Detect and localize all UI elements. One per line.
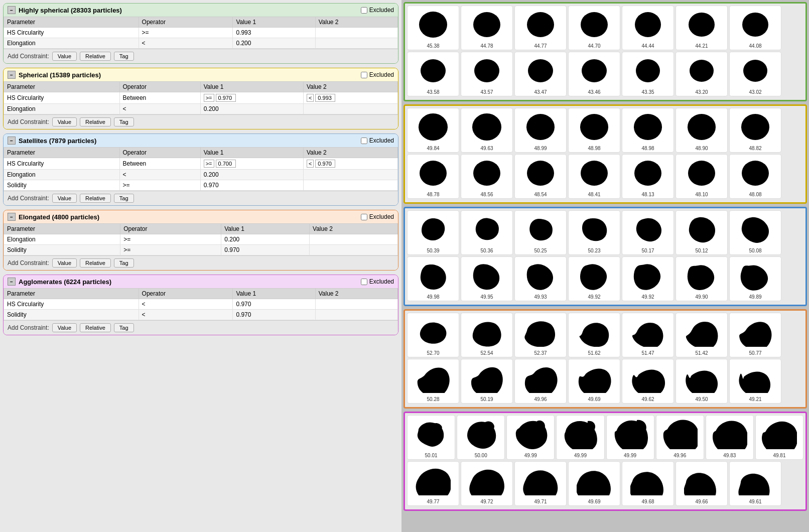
particle-item[interactable]: 49.92 xyxy=(568,256,620,301)
value-btn-hs[interactable]: Value xyxy=(52,52,77,61)
particle-item[interactable]: 49.66 xyxy=(676,461,728,506)
particle-item[interactable]: 49.92 xyxy=(622,256,674,301)
collapse-btn-spherical[interactable]: − xyxy=(8,71,16,79)
particle-item[interactable]: 44.78 xyxy=(461,6,513,50)
particle-item[interactable]: 49.96 xyxy=(514,359,567,404)
particle-item[interactable]: 43.02 xyxy=(729,52,781,96)
particle-item[interactable]: 50.23 xyxy=(568,210,620,255)
collapse-btn-highly-spherical[interactable]: − xyxy=(8,6,16,14)
particle-item[interactable]: 49.69 xyxy=(568,359,620,404)
particle-item[interactable]: 51.47 xyxy=(622,313,674,357)
particle-item[interactable]: 49.95 xyxy=(461,256,513,301)
particle-item[interactable]: 44.44 xyxy=(622,6,674,50)
particle-item[interactable]: 50.08 xyxy=(729,210,781,255)
particle-item[interactable]: 49.72 xyxy=(461,461,513,506)
particle-item[interactable]: 49.99 xyxy=(606,415,654,460)
particle-item[interactable]: 51.62 xyxy=(568,313,620,357)
particle-item[interactable]: 49.71 xyxy=(514,461,567,506)
particle-item[interactable]: 48.41 xyxy=(568,154,620,199)
particle-item[interactable]: 50.00 xyxy=(457,415,505,460)
particle-item[interactable]: 49.90 xyxy=(676,256,728,301)
particle-item[interactable]: 49.63 xyxy=(461,108,513,153)
particle-item[interactable]: 49.98 xyxy=(407,256,459,301)
particle-label: 44.08 xyxy=(749,43,761,49)
particle-item[interactable]: 44.08 xyxy=(729,6,781,50)
particle-item[interactable]: 49.77 xyxy=(407,461,459,506)
particle-item[interactable]: 44.21 xyxy=(676,6,728,50)
particle-item[interactable]: 50.12 xyxy=(676,210,728,255)
value-btn-spherical[interactable]: Value xyxy=(52,117,77,126)
particle-item[interactable]: 49.83 xyxy=(706,415,754,460)
excluded-checkbox-highly-spherical[interactable] xyxy=(361,7,367,14)
particle-item[interactable]: 44.77 xyxy=(514,6,567,50)
relative-btn-elongated[interactable]: Relative xyxy=(80,258,111,268)
particle-item[interactable]: 52.37 xyxy=(514,313,567,357)
particle-item[interactable]: 50.25 xyxy=(514,210,567,255)
tag-btn-satellites[interactable]: Tag xyxy=(114,194,134,203)
particle-item[interactable]: 49.99 xyxy=(506,415,555,460)
tag-btn-elongated[interactable]: Tag xyxy=(114,258,134,268)
particle-shape xyxy=(467,109,507,145)
particle-item[interactable]: 50.19 xyxy=(461,359,513,404)
particle-item[interactable]: 48.08 xyxy=(729,154,781,199)
excluded-checkbox-agglomerates[interactable] xyxy=(361,279,367,285)
relative-btn-spherical[interactable]: Relative xyxy=(80,117,111,126)
particle-item[interactable]: 48.99 xyxy=(514,108,567,153)
particle-item[interactable]: 50.17 xyxy=(622,210,674,255)
particle-item[interactable]: 43.46 xyxy=(568,52,620,96)
excluded-checkbox-elongated[interactable] xyxy=(361,214,367,220)
particle-item[interactable]: 48.98 xyxy=(568,108,620,153)
particle-item[interactable]: 50.36 xyxy=(461,210,513,255)
tag-btn-agglomerates[interactable]: Tag xyxy=(114,323,134,332)
particle-item[interactable]: 49.68 xyxy=(622,461,674,506)
particle-item[interactable]: 48.90 xyxy=(676,108,728,153)
particle-item[interactable]: 48.54 xyxy=(514,154,567,199)
particle-item[interactable]: 49.69 xyxy=(568,461,620,506)
particle-item[interactable]: 48.56 xyxy=(461,154,513,199)
particle-item[interactable]: 50.39 xyxy=(407,210,459,255)
particle-item[interactable]: 50.01 xyxy=(407,415,455,460)
particle-item[interactable]: 48.78 xyxy=(407,154,459,199)
particle-item[interactable]: 49.99 xyxy=(556,415,604,460)
excluded-checkbox-satellites[interactable] xyxy=(361,138,367,144)
collapse-btn-elongated[interactable]: − xyxy=(8,213,16,221)
particle-item[interactable]: 48.82 xyxy=(729,108,781,153)
particle-item[interactable]: 49.50 xyxy=(676,359,728,404)
particle-item[interactable]: 43.47 xyxy=(514,52,567,96)
particle-item[interactable]: 49.84 xyxy=(407,108,459,153)
particle-item[interactable]: 43.35 xyxy=(622,52,674,96)
tag-btn-hs[interactable]: Tag xyxy=(114,52,134,61)
particle-item[interactable]: 48.98 xyxy=(622,108,674,153)
particle-item[interactable]: 44.70 xyxy=(568,6,620,50)
particle-item[interactable]: 43.20 xyxy=(676,52,728,96)
value-btn-satellites[interactable]: Value xyxy=(52,194,77,203)
value-btn-elongated[interactable]: Value xyxy=(52,258,77,268)
tag-btn-spherical[interactable]: Tag xyxy=(114,117,134,126)
add-constraint-row-hs: Add Constraint: Value Relative Tag xyxy=(4,49,398,63)
particle-item[interactable]: 49.96 xyxy=(656,415,704,460)
relative-btn-agglomerates[interactable]: Relative xyxy=(80,323,111,332)
particle-item[interactable]: 52.70 xyxy=(407,313,459,357)
particle-item[interactable]: 49.21 xyxy=(729,359,781,404)
particle-item[interactable]: 51.42 xyxy=(676,313,728,357)
particle-item[interactable]: 50.77 xyxy=(729,313,781,357)
value-btn-agglomerates[interactable]: Value xyxy=(52,323,77,332)
excluded-checkbox-spherical[interactable] xyxy=(361,72,367,78)
particle-item[interactable]: 49.61 xyxy=(729,461,781,506)
particle-item[interactable]: 45.38 xyxy=(407,6,459,50)
particle-item[interactable]: 43.57 xyxy=(461,52,513,96)
particle-item[interactable]: 48.13 xyxy=(622,154,674,199)
particle-item[interactable]: 48.10 xyxy=(676,154,728,199)
relative-btn-hs[interactable]: Relative xyxy=(80,52,111,61)
particle-item[interactable]: 50.28 xyxy=(407,359,459,404)
relative-btn-satellites[interactable]: Relative xyxy=(80,194,111,203)
particle-item[interactable]: 49.89 xyxy=(729,256,781,301)
particle-item[interactable]: 49.81 xyxy=(755,415,803,460)
particle-item[interactable]: 49.62 xyxy=(622,359,674,404)
particle-item[interactable]: 43.58 xyxy=(407,52,459,96)
collapse-btn-agglomerates[interactable]: − xyxy=(8,278,16,286)
particle-label: 44.44 xyxy=(641,43,654,49)
particle-item[interactable]: 52.54 xyxy=(461,313,513,357)
particle-item[interactable]: 49.93 xyxy=(514,256,567,301)
collapse-btn-satellites[interactable]: − xyxy=(8,137,16,145)
